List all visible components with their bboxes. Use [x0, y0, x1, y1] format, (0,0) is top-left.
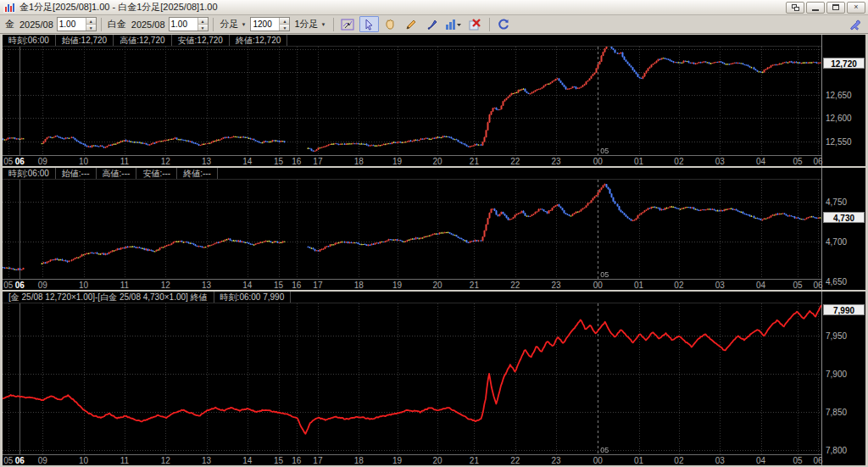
- current-price-label: 7,990: [823, 304, 865, 315]
- x-axis-label: 20: [430, 456, 445, 465]
- x-axis-label: 11: [117, 456, 132, 465]
- chart-application-window: 金1分足[2025/08]1.00 - 白金1分足[2025/08]1.00 ×…: [0, 0, 868, 467]
- x-axis-label: 19: [390, 281, 405, 290]
- platinum-contract-label: 2025/08: [130, 19, 167, 30]
- x-axis-label: 02: [671, 281, 687, 290]
- x-axis-label: 13: [199, 281, 214, 290]
- gold-symbol-label: 金: [3, 18, 16, 31]
- pen-draw-icon[interactable]: [423, 16, 442, 32]
- y-axis-label: 12,550: [826, 137, 852, 147]
- y-axis-label: 7,800: [826, 446, 847, 455]
- spread-plot-area[interactable]: [3, 303, 821, 454]
- gold-ratio-input[interactable]: [58, 18, 86, 31]
- wrench-icon[interactable]: [845, 16, 865, 32]
- x-axis-label: 14: [240, 281, 255, 290]
- y-axis-label: 7,850: [826, 408, 847, 417]
- x-axis-label: 23: [548, 281, 564, 290]
- y-axis-label: 4,650: [826, 277, 847, 286]
- x-axis-label: 00: [590, 281, 605, 290]
- chevron-down-icon: ▼: [242, 22, 247, 27]
- toolbar-separator: [213, 18, 214, 31]
- info-field: 安値:12,720: [172, 35, 230, 46]
- x-axis-label: 09: [35, 281, 50, 290]
- x-axis-label: 15: [271, 157, 287, 166]
- toolbar-separator: [489, 18, 490, 31]
- delete-chart-icon[interactable]: [465, 16, 485, 32]
- current-price-label: 12,720: [823, 58, 865, 69]
- spread-y-axis[interactable]: 7,9507,9007,8507,8007,990: [821, 292, 865, 465]
- x-axis-label: 03: [712, 157, 727, 166]
- x-axis-label: 21: [466, 157, 481, 166]
- x-axis-label: 20: [430, 157, 445, 166]
- minimize-button[interactable]: [806, 2, 825, 14]
- y-axis-label: 12,650: [826, 91, 852, 100]
- x-axis-label: 05: [790, 281, 805, 290]
- hand-pan-icon[interactable]: [381, 16, 400, 32]
- platinum-ratio-down-icon[interactable]: ▼: [198, 25, 208, 31]
- pencil-icon[interactable]: [402, 16, 421, 32]
- gold-x-axis[interactable]: 0506091011121314151617181920212223000102…: [3, 155, 821, 166]
- x-axis-label: 03: [712, 281, 727, 290]
- x-axis-label: 19: [390, 157, 405, 166]
- toolbar-separator: [101, 18, 102, 31]
- platinum-candles-canvas[interactable]: [3, 180, 821, 279]
- platinum-ratio-stepper: ▲▼: [169, 17, 209, 31]
- platinum-y-axis[interactable]: 4,7504,7004,6504,730: [821, 168, 865, 290]
- app-chart-icon: [3, 3, 15, 13]
- close-button[interactable]: ×: [847, 2, 865, 14]
- bar-count-up-icon[interactable]: ▲: [280, 18, 289, 25]
- platinum-ratio-input[interactable]: [170, 18, 198, 31]
- chart-style-dropdown[interactable]: 分足 ▼: [218, 17, 249, 31]
- x-axis-label: 12: [158, 281, 173, 290]
- maximize-button[interactable]: [826, 2, 845, 14]
- windows-icon[interactable]: [786, 2, 804, 14]
- gold-plot-area[interactable]: [3, 47, 821, 155]
- x-axis-label: 04: [754, 281, 769, 290]
- x-axis-label: 23: [548, 456, 564, 465]
- platinum-x-axis[interactable]: 0506091011121314151617181920212223000102…: [3, 279, 821, 290]
- gold-ratio-up-icon[interactable]: ▲: [86, 18, 96, 25]
- info-field: 時刻:06:00: [3, 35, 56, 46]
- x-axis-label: 22: [508, 157, 523, 166]
- x-axis-label: 06: [810, 456, 826, 465]
- gold-candles-canvas[interactable]: [3, 47, 821, 155]
- bar-count-input[interactable]: [251, 18, 279, 31]
- x-axis-label: 21: [466, 281, 481, 290]
- chevron-down-icon: ▼: [321, 22, 326, 27]
- title-bar: 金1分足[2025/08]1.00 - 白金1分足[2025/08]1.00 ×: [0, 0, 868, 15]
- x-axis-label: 15: [271, 281, 287, 290]
- timeframe-dropdown[interactable]: 1分足 ▼: [292, 17, 328, 31]
- x-axis-label: 02: [671, 157, 687, 166]
- x-axis-label: 13: [199, 157, 214, 166]
- x-axis-label: 09: [35, 456, 50, 465]
- info-field: 安値:---: [136, 168, 177, 179]
- gold-ratio-down-icon[interactable]: ▼: [86, 25, 96, 31]
- x-axis-label: 04: [754, 456, 769, 465]
- crosshair-chart-icon[interactable]: [338, 16, 358, 32]
- x-axis-label: 18: [351, 157, 366, 166]
- x-axis-label: 16: [289, 281, 304, 290]
- x-axis-label: 00: [590, 456, 605, 465]
- y-axis-label: 4,700: [826, 237, 847, 247]
- x-axis-label: 10: [76, 157, 92, 166]
- bar-chart-icon[interactable]: [444, 16, 464, 32]
- platinum-ratio-up-icon[interactable]: ▲: [198, 18, 208, 25]
- x-axis-label: 22: [508, 281, 523, 290]
- x-axis-label: 09: [35, 157, 50, 166]
- info-field: 高値:12,720: [114, 35, 171, 46]
- x-axis-label: 00: [590, 157, 605, 166]
- x-axis-label: 03: [712, 456, 727, 465]
- x-axis-label: 06: [12, 456, 27, 465]
- refresh-icon[interactable]: [494, 16, 514, 32]
- platinum-symbol-label: 白金: [106, 18, 128, 31]
- platinum-plot-area[interactable]: [3, 180, 821, 279]
- gold-y-axis[interactable]: 12,65012,60012,55012,720: [821, 35, 865, 166]
- info-field: [金 25/08 12,720×1.00]-[白金 25/08 4,730×1.…: [3, 292, 214, 303]
- spread-line-canvas[interactable]: [3, 303, 821, 454]
- select-arrow-icon[interactable]: [359, 16, 379, 32]
- x-axis-label: 17: [310, 281, 326, 290]
- bar-count-stepper: ▲▼: [250, 17, 290, 31]
- bar-count-down-icon[interactable]: ▼: [280, 25, 289, 31]
- spread-x-axis[interactable]: 0506091011121314151617181920212223000102…: [3, 454, 821, 465]
- info-field: 終値:12,720: [230, 35, 287, 46]
